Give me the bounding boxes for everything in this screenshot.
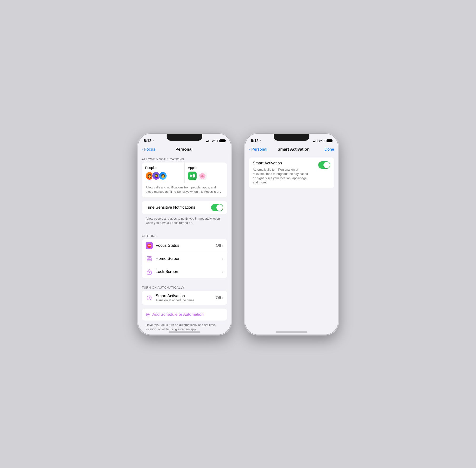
back-button-1[interactable]: ‹ Focus bbox=[142, 147, 155, 152]
app-icons-row: 🌸 bbox=[188, 172, 224, 180]
smart-activation-card-desc: Automatically turn Personal on at releva… bbox=[253, 167, 310, 185]
auto-card: Smart Activation Turns on at opportune t… bbox=[142, 291, 227, 305]
home-screen-row[interactable]: Home Screen › bbox=[142, 252, 227, 265]
location-icon-2: ↑ bbox=[259, 139, 261, 143]
back-button-2[interactable]: ‹ Personal bbox=[249, 147, 267, 152]
smart-activation-card: Smart Activation Automatically turn Pers… bbox=[249, 158, 334, 188]
smart-activation-icon bbox=[146, 294, 153, 301]
battery-1 bbox=[219, 139, 225, 142]
chevron-lock-screen-icon: › bbox=[222, 270, 223, 274]
smart-activation-value: Off bbox=[216, 295, 221, 300]
notch-1 bbox=[167, 134, 202, 141]
add-schedule-row[interactable]: ⊕ Add Schedule or Automation bbox=[142, 308, 227, 321]
chevron-home-screen-icon: › bbox=[222, 257, 223, 261]
allowed-desc: Allow calls and notifications from peopl… bbox=[142, 183, 227, 197]
nav-bar-2: ‹ Personal Smart Activation Done bbox=[245, 145, 338, 154]
smart-activation-sub: Turns on at opportune times bbox=[156, 298, 213, 302]
smart-activation-row[interactable]: Smart Activation Turns on at opportune t… bbox=[142, 291, 227, 305]
svg-marker-1 bbox=[190, 175, 193, 177]
apps-cell[interactable]: Apps › 🌸 bbox=[185, 162, 227, 183]
time-sensitive-desc: Allow people and apps to notify you imme… bbox=[142, 214, 227, 228]
chevron-apps-icon: › bbox=[196, 166, 197, 169]
chevron-left-icon-2: ‹ bbox=[249, 147, 250, 152]
wifi-icon-1: WiFi bbox=[212, 139, 218, 143]
page-title-1: Personal bbox=[175, 147, 193, 152]
phone-1: 6:12 ↑ WiFi ‹ Focus Personal bbox=[138, 134, 231, 335]
notch-2 bbox=[274, 134, 309, 141]
smart-activation-card-label: Smart Activation bbox=[253, 161, 315, 166]
lock-screen-row[interactable]: Lock Screen › bbox=[142, 265, 227, 278]
focus-status-label: Focus Status bbox=[156, 243, 213, 248]
focus-status-value: Off bbox=[216, 243, 221, 248]
focus-status-icon: ⛔ bbox=[146, 242, 153, 249]
svg-point-10 bbox=[149, 297, 150, 298]
lock-screen-icon bbox=[146, 268, 153, 275]
time-sensitive-row: Time Sensitive Notifications bbox=[142, 201, 227, 214]
home-indicator-1 bbox=[168, 331, 200, 333]
allowed-notifications-card: People › 👩 👩‍🦱 🧑 bbox=[142, 162, 227, 197]
location-icon-1: ↑ bbox=[152, 139, 154, 143]
svg-rect-5 bbox=[149, 258, 151, 259]
svg-point-8 bbox=[149, 272, 150, 273]
smart-activation-toggle[interactable] bbox=[318, 161, 330, 169]
section-allowed-label: ALLOWED NOTIFICATIONS bbox=[138, 154, 231, 162]
signal-bars-1 bbox=[206, 139, 210, 142]
wifi-icon-2: WiFi bbox=[319, 139, 325, 143]
status-time-1: 6:12 ↑ bbox=[144, 139, 154, 143]
svg-rect-2 bbox=[193, 174, 195, 177]
svg-rect-4 bbox=[149, 256, 151, 257]
add-schedule-label: Add Schedule or Automation bbox=[152, 312, 204, 317]
home-screen-label: Home Screen bbox=[156, 256, 219, 261]
add-circle-icon: ⊕ bbox=[146, 312, 150, 317]
avatar-row: 👩 👩‍🦱 🧑 bbox=[145, 172, 181, 180]
status-icons-2: WiFi bbox=[313, 139, 332, 143]
section-options-label: OPTIONS bbox=[138, 230, 231, 239]
photos-icon: 🌸 bbox=[198, 172, 207, 180]
status-time-2: 6:12 ↑ bbox=[251, 139, 261, 143]
status-icons-1: WiFi bbox=[206, 139, 225, 143]
chevron-people-icon: › bbox=[156, 166, 157, 169]
time-sensitive-label: Time Sensitive Notifications bbox=[146, 205, 195, 210]
signal-bars-2 bbox=[313, 139, 317, 142]
focus-status-row[interactable]: ⛔ Focus Status Off › bbox=[142, 239, 227, 252]
time-sensitive-toggle[interactable] bbox=[211, 204, 223, 211]
screen-2: 6:12 ↑ WiFi ‹ Personal Smart bbox=[245, 134, 338, 335]
facetime-icon bbox=[188, 172, 197, 180]
chevron-focus-status-icon: › bbox=[222, 244, 223, 248]
svg-rect-3 bbox=[147, 256, 149, 259]
screen-1: 6:12 ↑ WiFi ‹ Focus Personal bbox=[138, 134, 231, 335]
svg-rect-6 bbox=[147, 259, 151, 261]
page-title-2: Smart Activation bbox=[278, 147, 309, 152]
battery-2 bbox=[327, 139, 332, 142]
avatar-3: 🧑 bbox=[159, 172, 167, 180]
phone-2: 6:12 ↑ WiFi ‹ Personal Smart bbox=[245, 134, 338, 335]
done-button[interactable]: Done bbox=[320, 147, 334, 152]
people-cell[interactable]: People › 👩 👩‍🦱 🧑 bbox=[142, 162, 184, 183]
nav-bar-1: ‹ Focus Personal bbox=[138, 145, 231, 154]
section-auto-label: TURN ON AUTOMATICALLY bbox=[138, 282, 231, 291]
smart-activation-label: Smart Activation bbox=[156, 293, 213, 298]
home-indicator-2 bbox=[276, 331, 308, 333]
chevron-smart-activation-icon: › bbox=[222, 296, 223, 300]
lock-screen-label: Lock Screen bbox=[156, 269, 219, 274]
chevron-left-icon-1: ‹ bbox=[142, 147, 143, 152]
allowed-row: People › 👩 👩‍🦱 🧑 bbox=[142, 162, 227, 183]
options-card: ⛔ Focus Status Off › bbox=[142, 239, 227, 278]
home-screen-icon bbox=[146, 255, 153, 262]
